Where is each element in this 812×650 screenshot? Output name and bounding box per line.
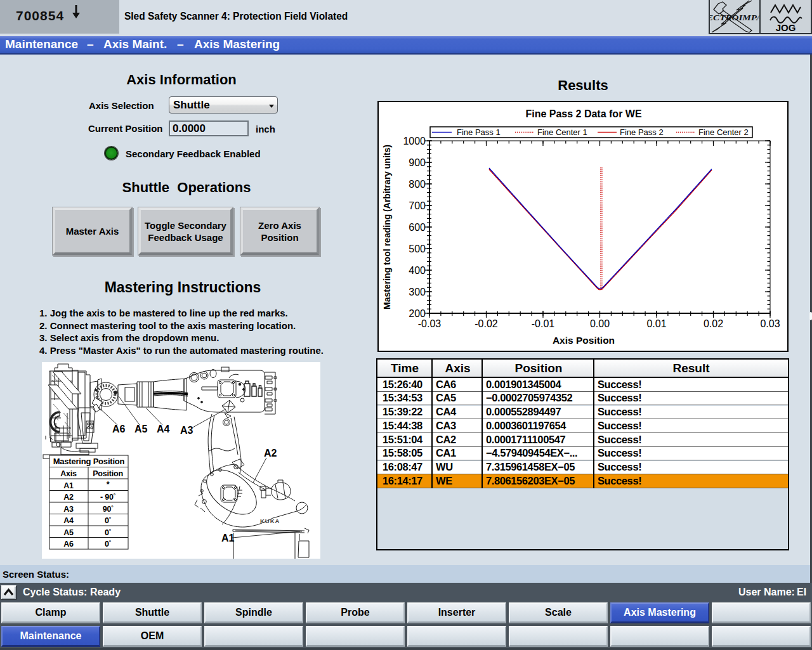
svg-text:300: 300 <box>409 287 426 297</box>
svg-text:0.01: 0.01 <box>646 318 666 329</box>
svg-text:1000: 1000 <box>403 136 426 146</box>
svg-text:-0.02: -0.02 <box>475 318 498 329</box>
svg-text:A1: A1 <box>63 481 74 490</box>
svg-text:500: 500 <box>409 244 426 254</box>
svg-text:Mastering tool reading (Arbitr: Mastering tool reading (Arbitrary units) <box>382 145 392 309</box>
svg-text:*: * <box>107 480 110 489</box>
svg-text:A1: A1 <box>221 533 235 543</box>
svg-text:0.00: 0.00 <box>590 318 610 329</box>
svg-text:Fine Center 2: Fine Center 2 <box>698 127 749 137</box>
svg-text:Fine Pass 2 Data for WE: Fine Pass 2 Data for WE <box>525 108 641 119</box>
svg-text:900: 900 <box>409 157 426 168</box>
svg-text:0.02: 0.02 <box>704 318 723 329</box>
svg-text:200: 200 <box>409 308 426 319</box>
svg-text:A5: A5 <box>134 424 148 434</box>
svg-text:A5: A5 <box>63 528 74 537</box>
svg-text:A2: A2 <box>264 448 277 458</box>
svg-text:A3: A3 <box>180 425 193 436</box>
svg-text:400: 400 <box>409 265 426 276</box>
svg-text:A6: A6 <box>63 540 74 549</box>
svg-text:Axis Position: Axis Position <box>553 335 615 346</box>
svg-text:A2: A2 <box>63 493 74 502</box>
svg-text:JOG: JOG <box>776 22 796 33</box>
svg-text:Position: Position <box>93 469 123 478</box>
svg-text:700: 700 <box>409 200 426 211</box>
svg-text:Fine Center 1: Fine Center 1 <box>537 127 587 137</box>
svg-text:Mastering Position: Mastering Position <box>53 457 125 466</box>
svg-text:-0.03: -0.03 <box>418 318 442 329</box>
svg-text:ECTROIMPA: ECTROIMPA <box>710 13 759 22</box>
svg-text:800: 800 <box>409 179 426 190</box>
svg-text:600: 600 <box>409 222 426 233</box>
svg-text:KUKA: KUKA <box>260 517 280 524</box>
svg-text:A4: A4 <box>157 424 170 434</box>
svg-text:A3: A3 <box>63 505 74 514</box>
svg-text:0.03: 0.03 <box>760 318 780 329</box>
svg-text:A6: A6 <box>112 424 126 434</box>
svg-text:-0.01: -0.01 <box>532 318 555 329</box>
svg-text:A4: A4 <box>63 516 74 525</box>
svg-text:Fine Pass 2: Fine Pass 2 <box>620 127 664 137</box>
svg-text:Axis: Axis <box>60 469 77 478</box>
svg-text:Fine Pass 1: Fine Pass 1 <box>457 127 501 137</box>
